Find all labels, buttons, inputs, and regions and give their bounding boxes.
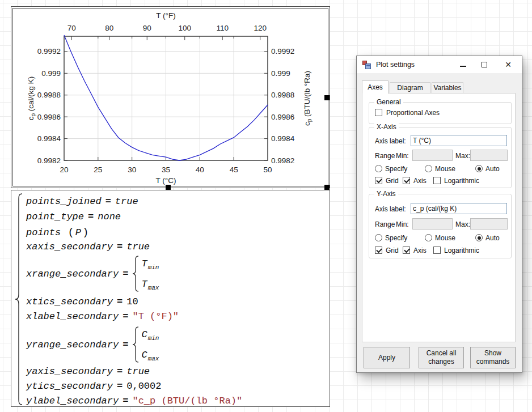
- code-line-xlabel_secondary[interactable]: xlabel_secondary="T (°F)": [26, 311, 179, 322]
- plot-region[interactable]: 202530354045507080901001101200.99820.998…: [11, 6, 330, 188]
- code-line-points[interactable]: points (P): [26, 226, 90, 239]
- y-tick-label: 0.9992: [37, 47, 61, 56]
- x-logarithmic-checkbox[interactable]: [433, 177, 441, 184]
- code-token: xlabel_secondary: [26, 311, 119, 322]
- x-min-input[interactable]: [412, 150, 453, 161]
- code-line-ylabel_secondary[interactable]: ylabel_secondary="c_p (BTU/(lb °Ra)": [26, 396, 242, 406]
- x-range-caption: Range: [375, 152, 395, 160]
- code-token: min: [148, 335, 159, 342]
- x-max-input[interactable]: [470, 150, 508, 161]
- code-line-points_joined[interactable]: points_joined=true: [26, 196, 138, 207]
- x-auto-radio[interactable]: [475, 165, 483, 172]
- code-line-point_type[interactable]: point_type=none: [26, 211, 121, 222]
- code-line-ytics_secondary[interactable]: ytics_secondary=0,0002: [26, 381, 161, 392]
- y-max-input[interactable]: [470, 218, 508, 230]
- code-token: =: [88, 211, 94, 222]
- code-token: max: [148, 355, 159, 362]
- code-line-xtics_secondary[interactable]: xtics_secondary=10: [26, 296, 138, 307]
- code-token: "c_p (BTU/(lb °Ra)": [132, 396, 242, 406]
- x-axis-check-label: Axis: [413, 177, 427, 185]
- code-token: Tmax: [141, 276, 159, 296]
- code-token: CminCmax: [141, 326, 159, 363]
- proportional-axes-checkbox[interactable]: [375, 109, 382, 116]
- tab-variables[interactable]: Variables: [432, 82, 463, 94]
- code-token: [133, 327, 138, 362]
- x-axis-label-input[interactable]: [411, 135, 507, 146]
- y2-tick-label: 0.9984: [271, 134, 295, 143]
- minimize-button[interactable]: [453, 56, 472, 73]
- x2-tick-label: 120: [254, 24, 267, 32]
- code-token: xtics_secondary: [26, 296, 113, 307]
- x2-tick-label: 100: [178, 24, 191, 32]
- code-token: [133, 256, 138, 291]
- apply-button[interactable]: Apply: [364, 347, 410, 368]
- resize-handle-corner[interactable]: [324, 185, 330, 190]
- y-axis-title: cp (cal/(kg K): [27, 77, 36, 121]
- code-token: xaxis_secondary: [26, 241, 113, 252]
- y-axis-checkbox[interactable]: [403, 247, 410, 254]
- x-logarithmic-label: Logarithmic: [444, 177, 479, 185]
- x-grid-label: Grid: [386, 177, 399, 185]
- x2-tick-label: 80: [105, 24, 113, 32]
- app-icon: [362, 60, 371, 69]
- cancel-all-changes-button[interactable]: Cancel all changes: [419, 347, 464, 368]
- group-x-axis-legend: X-Axis: [374, 123, 399, 131]
- code-token: =: [123, 311, 128, 322]
- code-token: =: [105, 196, 111, 207]
- code-line-xaxis_secondary[interactable]: xaxis_secondary=true: [26, 241, 150, 252]
- x-mouse-radio[interactable]: [425, 165, 432, 172]
- proportional-axes-label: Proportional Axes: [386, 109, 440, 117]
- code-token: (: [67, 226, 74, 239]
- x-tick-label: 40: [196, 165, 204, 174]
- x-tick-label: 50: [263, 165, 272, 174]
- code-token: points: [26, 227, 61, 238]
- x-specify-radio[interactable]: [375, 165, 382, 172]
- y2-tick-label: 0.999: [271, 69, 290, 78]
- dialog-titlebar[interactable]: Plot settings ✕: [357, 56, 522, 73]
- y-axis-label-caption: Axis label:: [375, 205, 406, 213]
- code-token: 10: [126, 296, 138, 307]
- y-range-caption: Range: [375, 220, 395, 228]
- resize-handle-bottom[interactable]: [166, 185, 171, 190]
- x-axis-label-caption: Axis label:: [375, 137, 406, 145]
- y-tick-label: 0.999: [41, 69, 61, 78]
- plot-settings-dialog: Plot settings ✕ Axes Diagram style Varia…: [356, 56, 522, 373]
- y-min-caption: Min:: [396, 220, 409, 228]
- x-min-caption: Min:: [396, 152, 409, 160]
- code-token: ytics_secondary: [26, 381, 113, 392]
- plot-definition-region[interactable]: points_joined=truepoint_type=nonepoints …: [11, 190, 330, 407]
- y-min-input[interactable]: [412, 218, 453, 230]
- x-tick-label: 45: [230, 165, 238, 174]
- x-tick-label: 35: [162, 165, 170, 174]
- y-mouse-label: Mouse: [435, 234, 455, 242]
- x-tick-label: 30: [128, 165, 136, 174]
- code-line-yrange_secondary[interactable]: yrange_secondary=CminCmax: [26, 325, 159, 364]
- y-axis-label-input[interactable]: [411, 203, 507, 214]
- group-general-legend: General: [374, 98, 403, 106]
- y-grid-checkbox[interactable]: [375, 247, 382, 254]
- y2-tick-label: 0.9986: [271, 113, 294, 121]
- code-token: =: [117, 366, 123, 377]
- close-button[interactable]: ✕: [499, 56, 518, 73]
- y-axis-check-label: Axis: [413, 247, 427, 254]
- code-token: min: [148, 264, 159, 271]
- code-token: =: [117, 296, 123, 307]
- tab-axes[interactable]: Axes: [362, 80, 389, 94]
- y-specify-radio[interactable]: [375, 234, 382, 241]
- y-auto-radio[interactable]: [475, 234, 483, 241]
- y-logarithmic-checkbox[interactable]: [433, 247, 441, 254]
- y-mouse-radio[interactable]: [425, 234, 432, 241]
- tab-diagram-style[interactable]: Diagram style: [390, 82, 430, 94]
- x-grid-checkbox[interactable]: [375, 177, 382, 184]
- y-tick-label: 0.9982: [37, 156, 61, 165]
- y-auto-label: Auto: [485, 234, 500, 242]
- show-commands-button[interactable]: Show commands: [470, 347, 516, 368]
- maximize-button[interactable]: [475, 56, 494, 73]
- code-line-xrange_secondary[interactable]: xrange_secondary=TminTmax: [26, 254, 159, 294]
- x-axis-checkbox[interactable]: [403, 177, 410, 184]
- resize-handle-right[interactable]: [324, 95, 330, 100]
- code-token: true: [115, 196, 138, 207]
- x2-tick-label: 90: [143, 24, 151, 32]
- code-line-yaxis_secondary[interactable]: yaxis_secondary=true: [26, 366, 150, 377]
- group-x-axis: X-Axis Axis label: Range Min: Max: Speci…: [369, 127, 512, 188]
